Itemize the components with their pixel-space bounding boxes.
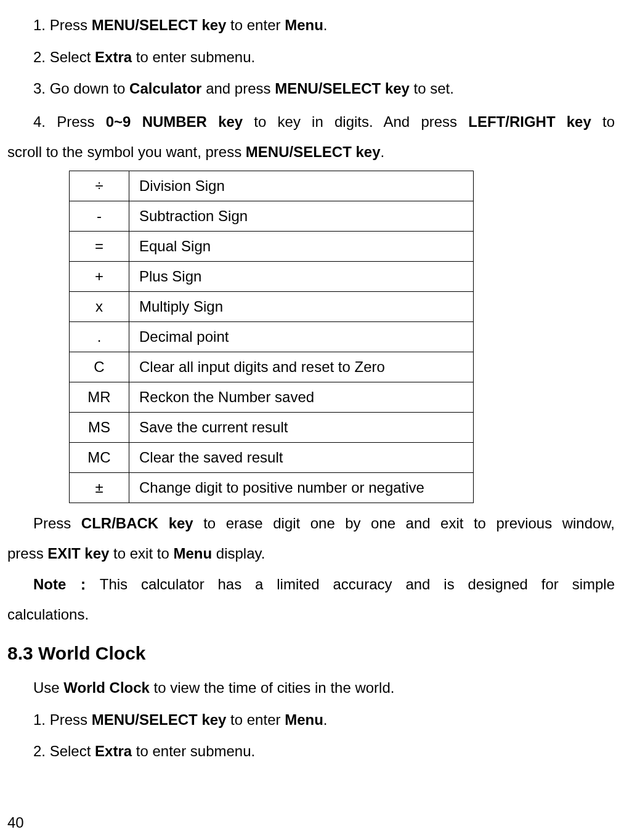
table-row: MRReckon the Number saved xyxy=(70,382,474,413)
text: to erase digit one by one and exit to pr… xyxy=(193,515,615,531)
paragraph-clr-line1: Press CLR/BACK key to erase digit one by… xyxy=(33,508,615,538)
text: . xyxy=(323,17,328,33)
desc-cell: Clear all input digits and reset to Zero xyxy=(129,352,474,382)
text: to key in digits. And press xyxy=(243,113,468,130)
table-row: -Subtraction Sign xyxy=(70,201,474,232)
symbol-cell: = xyxy=(70,232,129,262)
desc-cell: Subtraction Sign xyxy=(129,201,474,232)
section-intro: Use World Clock to view the time of citi… xyxy=(33,674,615,702)
text: Use xyxy=(33,679,63,696)
text: to enter xyxy=(226,711,285,728)
symbol-cell: x xyxy=(70,292,129,322)
text: calculations. xyxy=(7,606,89,623)
paragraph-note-line2: calculations. xyxy=(7,599,615,629)
step-1: 1. Press MENU/SELECT key to enter Menu. xyxy=(33,11,615,39)
desc-cell: Change digit to positive number or negat… xyxy=(129,473,474,503)
table-row: ±Change digit to positive number or nega… xyxy=(70,473,474,503)
text: . xyxy=(323,711,328,728)
bold: MENU/SELECT key xyxy=(92,17,227,33)
table-row: .Decimal point xyxy=(70,322,474,352)
desc-cell: Division Sign xyxy=(129,171,474,201)
bold: Note： xyxy=(33,576,100,592)
text: 1. Press xyxy=(33,711,92,728)
desc-cell: Reckon the Number saved xyxy=(129,382,474,413)
section-step-1: 1. Press MENU/SELECT key to enter Menu. xyxy=(33,706,615,734)
table-row: ÷Division Sign xyxy=(70,171,474,201)
table-row: MCClear the saved result xyxy=(70,443,474,473)
bold: Calculator xyxy=(129,80,201,97)
symbol-cell: MC xyxy=(70,443,129,473)
table-row: CClear all input digits and reset to Zer… xyxy=(70,352,474,382)
section-step-2: 2. Select Extra to enter submenu. xyxy=(33,737,615,765)
desc-cell: Equal Sign xyxy=(129,232,474,262)
text: 2. Select xyxy=(33,49,95,65)
symbol-table: ÷Division Sign -Subtraction Sign =Equal … xyxy=(69,171,474,503)
table-row: +Plus Sign xyxy=(70,262,474,292)
step-2: 2. Select Extra to enter submenu. xyxy=(33,43,615,71)
text: to xyxy=(591,113,615,130)
section-heading: 8.3 World Clock xyxy=(7,643,615,664)
bold: Menu xyxy=(285,711,323,728)
text: and press xyxy=(201,80,275,97)
text: Press xyxy=(33,515,81,531)
bold: Menu xyxy=(285,17,323,33)
table-row: xMultiply Sign xyxy=(70,292,474,322)
desc-cell: Plus Sign xyxy=(129,262,474,292)
bold: Menu xyxy=(173,545,212,562)
bold: CLR/BACK key xyxy=(81,515,193,531)
desc-cell: Decimal point xyxy=(129,322,474,352)
step-4-line2: scroll to the symbol you want, press MEN… xyxy=(7,137,615,167)
text: to set. xyxy=(410,80,454,97)
text: to enter submenu. xyxy=(132,49,255,65)
desc-cell: Save the current result xyxy=(129,413,474,443)
text: 3. Go down to xyxy=(33,80,129,97)
bold: MENU/SELECT key xyxy=(246,143,381,160)
step-3: 3. Go down to Calculator and press MENU/… xyxy=(33,75,615,103)
text: scroll to the symbol you want, press xyxy=(7,143,246,160)
bold: LEFT/RIGHT key xyxy=(468,113,591,130)
symbol-cell: - xyxy=(70,201,129,232)
text: 4. Press xyxy=(33,113,106,130)
desc-cell: Clear the saved result xyxy=(129,443,474,473)
text: This calculator has a limited accuracy a… xyxy=(100,576,615,592)
symbol-cell: ± xyxy=(70,473,129,503)
symbol-cell: ÷ xyxy=(70,171,129,201)
table-row: =Equal Sign xyxy=(70,232,474,262)
bold: World Clock xyxy=(63,679,150,696)
text: 1. Press xyxy=(33,17,92,33)
text: 2. Select xyxy=(33,743,95,759)
text: to enter submenu. xyxy=(132,743,255,759)
text: display. xyxy=(212,545,265,562)
paragraph-note-line1: Note：This calculator has a limited accur… xyxy=(33,569,615,599)
bold: 0~9 NUMBER key xyxy=(106,113,243,130)
step-4-line1: 4. Press 0~9 NUMBER key to key in digits… xyxy=(33,107,615,137)
bold: MENU/SELECT key xyxy=(92,711,227,728)
desc-cell: Multiply Sign xyxy=(129,292,474,322)
text: press xyxy=(7,545,47,562)
symbol-cell: MS xyxy=(70,413,129,443)
text: to enter xyxy=(226,17,285,33)
page-number: 40 xyxy=(7,814,24,831)
bold: Extra xyxy=(95,49,132,65)
bold: MENU/SELECT key xyxy=(275,80,410,97)
symbol-cell: MR xyxy=(70,382,129,413)
text: to view the time of cities in the world. xyxy=(150,679,395,696)
text: to exit to xyxy=(109,545,173,562)
bold: EXIT key xyxy=(47,545,109,562)
table-row: MSSave the current result xyxy=(70,413,474,443)
text: . xyxy=(381,143,385,160)
symbol-cell: . xyxy=(70,322,129,352)
paragraph-clr-line2: press EXIT key to exit to Menu display. xyxy=(7,538,615,568)
symbol-cell: + xyxy=(70,262,129,292)
bold: Extra xyxy=(95,743,132,759)
symbol-cell: C xyxy=(70,352,129,382)
